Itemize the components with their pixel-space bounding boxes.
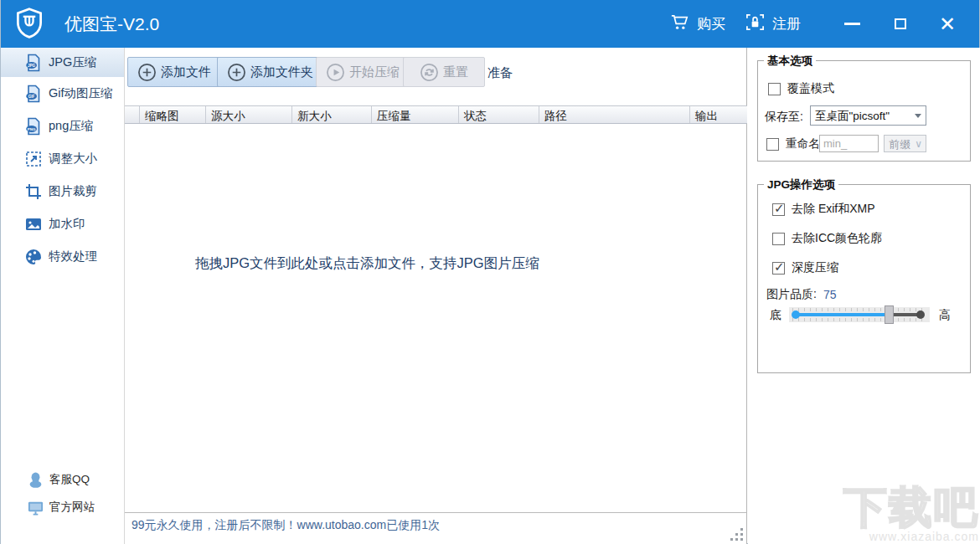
- statusbar-text: 99元永久使用，注册后不限制！www.utobao.com已使用1次: [132, 518, 440, 533]
- slider-ticks: [792, 308, 926, 311]
- sidebar-item-label: 图片裁剪: [49, 183, 97, 199]
- remove-icc-checkbox[interactable]: [772, 233, 785, 245]
- column-header-source-size[interactable]: 源大小: [206, 106, 292, 123]
- slider-right-dot: [916, 310, 925, 319]
- sidebar-item-jpg-compress[interactable]: JPG JPG压缩: [1, 48, 124, 77]
- deep-compress-row: 深度压缩: [772, 260, 838, 275]
- close-icon: ✕: [939, 14, 956, 34]
- overwrite-mode-row: 覆盖模式: [768, 81, 834, 96]
- app-title: 优图宝-V2.0: [64, 13, 159, 36]
- maximize-button[interactable]: [882, 0, 919, 48]
- drop-zone-hint[interactable]: 拖拽JPG文件到此处或点击添加文件，支持JPG图片压缩: [195, 254, 539, 273]
- gif-file-icon: GIF: [24, 85, 43, 103]
- register-button[interactable]: 注册: [745, 0, 801, 48]
- sidebar-item-label: png压缩: [49, 118, 93, 134]
- sidebar-item-crop[interactable]: 图片裁剪: [1, 175, 124, 208]
- site-watermark: 下载吧 www.xiazaiba.com: [843, 485, 979, 542]
- column-header-output[interactable]: 输出: [690, 106, 747, 123]
- sidebar-item-effects[interactable]: 特效处理: [1, 240, 124, 273]
- titlebar: 优图宝-V2.0 购买 注册 ✕: [1, 0, 979, 48]
- start-compress-label: 开始压缩: [349, 64, 400, 80]
- add-folder-button[interactable]: 添加文件夹: [217, 57, 323, 87]
- rename-mode-value: 前缀: [889, 138, 910, 151]
- save-to-value: 至桌面"picsoft": [815, 110, 890, 122]
- resize-icon: [24, 150, 43, 168]
- watermark-title: 下载吧: [843, 485, 979, 529]
- deep-compress-checkbox[interactable]: [772, 262, 785, 275]
- resize-grip[interactable]: [731, 528, 743, 540]
- add-file-button[interactable]: 添加文件: [127, 57, 221, 87]
- overwrite-checkbox[interactable]: [768, 83, 781, 95]
- main-area: 添加文件 添加文件夹 开始压缩 重置 准备 缩略图 源大小 新大小 压缩量: [125, 48, 747, 544]
- reset-refresh-icon: [420, 63, 439, 82]
- plus-circle-icon: [227, 63, 246, 82]
- sidebar-item-label: 调整大小: [49, 151, 97, 167]
- start-compress-button[interactable]: 开始压缩: [316, 57, 410, 87]
- sidebar-item-png-compress[interactable]: PNG png压缩: [1, 110, 124, 142]
- basic-options-title: 基本选项: [764, 54, 816, 69]
- slider-handle[interactable]: [885, 305, 894, 324]
- column-header-path[interactable]: 路径: [539, 106, 690, 123]
- register-lock-icon: [745, 12, 766, 37]
- options-panel: 基本选项 覆盖模式 保存至: 至桌面"picsoft" 重命名 前缀 ∨: [748, 48, 980, 544]
- sidebar-item-resize[interactable]: 调整大小: [1, 142, 124, 175]
- column-header-blank[interactable]: [125, 106, 140, 123]
- statusbar-divider: [125, 512, 747, 513]
- jpg-options-group: JPG操作选项 去除 Exif和XMP 去除ICC颜色轮廓 深度压缩 图片品质:…: [757, 184, 971, 373]
- column-header-compression[interactable]: 压缩量: [372, 106, 459, 123]
- play-circle-icon: [326, 63, 345, 82]
- sidebar-item-label: 加水印: [49, 216, 85, 232]
- rename-checkbox[interactable]: [766, 138, 779, 151]
- save-to-dropdown[interactable]: 至桌面"picsoft": [810, 105, 926, 126]
- sidebar-item-watermark[interactable]: 加水印: [1, 208, 124, 240]
- sidebar-footer-label: 客服QQ: [49, 472, 90, 487]
- plus-circle-icon: [137, 63, 157, 82]
- add-file-label: 添加文件: [161, 64, 211, 80]
- sidebar-item-label: 特效处理: [49, 249, 97, 264]
- save-to-label: 保存至:: [765, 110, 803, 125]
- status-ready-label: 准备: [487, 65, 513, 81]
- column-header-thumbnail[interactable]: 缩略图: [140, 106, 206, 123]
- palette-icon: [24, 248, 43, 266]
- remove-exif-checkbox[interactable]: [772, 203, 785, 216]
- column-header-status[interactable]: 状态: [459, 106, 539, 123]
- remove-icc-row: 去除ICC颜色轮廓: [772, 231, 882, 246]
- rename-mode-dropdown[interactable]: 前缀 ∨: [884, 135, 926, 152]
- slider-left-dot: [792, 310, 800, 319]
- close-button[interactable]: ✕: [926, 0, 969, 48]
- column-header-new-size[interactable]: 新大小: [292, 106, 372, 123]
- watermark-image-icon: [24, 215, 43, 234]
- sidebar-item-label: JPG压缩: [49, 54, 96, 70]
- save-to-row: 保存至:: [765, 110, 803, 125]
- website-monitor-icon: [27, 499, 44, 516]
- reset-button[interactable]: 重置: [403, 57, 485, 87]
- quality-value: 75: [823, 288, 837, 301]
- slider-low-label: 底: [770, 308, 781, 323]
- sidebar-item-qq-support[interactable]: 客服QQ: [1, 466, 125, 493]
- sidebar-item-gif-compress[interactable]: GIF Gif动图压缩: [1, 77, 124, 110]
- chevron-down-icon: [915, 114, 921, 118]
- reset-label: 重置: [443, 64, 468, 80]
- sidebar-item-official-website[interactable]: 官方网站: [1, 494, 125, 521]
- sidebar-footer-label: 官方网站: [49, 500, 95, 515]
- crop-icon: [24, 182, 43, 201]
- chevron-down-icon: ∨: [915, 138, 922, 150]
- basic-options-group: 基本选项 覆盖模式 保存至: 至桌面"picsoft" 重命名 前缀 ∨: [757, 60, 971, 162]
- file-table-header: 缩略图 源大小 新大小 压缩量 状态 路径 输出: [125, 105, 747, 124]
- jpg-options-title: JPG操作选项: [764, 177, 838, 192]
- slider-ticks: [792, 318, 926, 321]
- buy-button[interactable]: 购买: [669, 0, 725, 48]
- watermark-url: www.xiazaiba.com: [843, 531, 979, 542]
- slider-high-label: 高: [939, 308, 951, 323]
- add-folder-label: 添加文件夹: [250, 64, 313, 80]
- svg-text:GIF: GIF: [28, 94, 35, 98]
- minimize-icon: [844, 23, 860, 25]
- quality-slider-row: 底 高: [758, 307, 972, 324]
- svg-text:PNG: PNG: [28, 126, 36, 131]
- rename-input[interactable]: [819, 135, 879, 152]
- remove-exif-row: 去除 Exif和XMP: [772, 202, 875, 217]
- deep-compress-label: 深度压缩: [792, 260, 838, 275]
- minimize-button[interactable]: [833, 0, 870, 48]
- quality-slider[interactable]: [789, 307, 930, 322]
- quality-label: 图片品质:: [766, 287, 817, 302]
